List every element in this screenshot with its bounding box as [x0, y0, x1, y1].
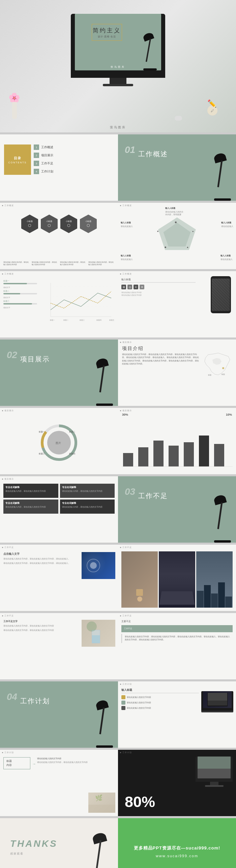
- circle-chart-slide: ■ 项目展示 图片 标题一 标题二 标题三 标题四: [0, 408, 118, 474]
- svg-rect-34: [184, 442, 194, 466]
- svg-text:标题: 标题: [208, 374, 211, 376]
- side-text-area: 工作不足文字 请在此处输入您的文字内容，请在此处输入您的文字内容 请在此处输入您…: [3, 620, 78, 632]
- svg-text:标题四: 标题四: [69, 453, 75, 455]
- svg-text:标题一: 标题一: [38, 431, 45, 433]
- highlight-tag: ■ 工作不足: [120, 614, 132, 617]
- text-photo-tag: ■ 工作不足: [2, 614, 14, 617]
- row-10: ■ 工作计划 标题 内容 → 请在此处输入您的文字内容 请在此处输入您的文字内容…: [0, 750, 236, 816]
- row-7: ■ 工作不足 点击输入文字 请在此处输入您的文字内容，请在此处输入您的文字内容，…: [0, 545, 236, 611]
- toc-title-en: CONTENTS: [8, 161, 27, 164]
- text-block-2: 专业名词解释 请在此处输入内容，请在此输入您的文字内容: [60, 484, 115, 498]
- icon-dark-1: [121, 706, 125, 710]
- bar-chart-tag: ■ 项目展示: [120, 409, 132, 412]
- project-intro-slide: ■ 项目展示 项目介绍 请在此处输入您的文字内容，请在此处输入您的文字内容，请在…: [118, 340, 236, 406]
- hex-desc: 请在此输入您的文本内容，请在此输入您的文本内容 请在此输入您的文本内容，请在此输…: [3, 261, 115, 266]
- pentagon-chart: ✱ ● ▲ ◆ ★: [155, 216, 199, 258]
- donut-chart: 图片 标题一 标题二 标题三 标题四: [37, 423, 81, 464]
- text-block-3: 专业名词解释 请在此处输入内容，请在此输入您的文字内容: [3, 499, 58, 514]
- input-title-slide: ■ 工作计划 输入标题 请在此处输入您的文字内容 请在此处输入您的文字内容 请在…: [118, 681, 236, 748]
- toc-text-3: 工作不足: [41, 161, 53, 166]
- click-tag: ■ 工作不足: [2, 546, 14, 549]
- row-8: ■ 工作不足 工作不足文字 请在此处输入您的文字内容，请在此处输入您的文字内容 …: [0, 613, 236, 679]
- phone-slide: ■ 工作概述 输入标题 ⊞ ◎ ≡ ✦ 请在此处输入您的文字内容请在此处输入您的…: [118, 271, 236, 338]
- svg-text:标题: 标题: [221, 373, 225, 375]
- toc-text-1: 工作概述: [41, 145, 53, 150]
- input-title-text: 输入标题: [121, 688, 199, 693]
- svg-text:✱: ✱: [175, 221, 177, 224]
- slide-03-num: 03: [125, 486, 135, 497]
- hex-2: 小标题 ⬡: [41, 215, 58, 233]
- input-title-label: 输入标题: [121, 278, 196, 283]
- hex-4: 小标题 ⬡: [80, 215, 97, 233]
- svg-rect-33: [169, 445, 179, 466]
- icon-item-text-1: 请在此处输入您的文字内容: [127, 696, 151, 699]
- slide-04-cover: 04 工作计划: [0, 681, 118, 748]
- pentagon-section-tag: ■ 工作概述: [120, 204, 132, 207]
- text-block-4: 专业名词解释 请在此处输入内容，请在此输入您的文字内容: [60, 499, 115, 514]
- svg-text:标题二: 标题二: [69, 431, 75, 433]
- blue-photo: [82, 552, 115, 579]
- highlight-block-text: 请在此处输入您的文字内容，请在此处输入您的文字内容，请在此处输入您的文字内容。请…: [121, 634, 233, 643]
- row-4: 02 项目展示 ■ 项目展示 项目介绍 请在此处输入您的文字内容，请在此处输入您…: [0, 340, 236, 406]
- phone-mockup: [211, 276, 231, 313]
- line-chart-tag: ■ 工作概述: [2, 273, 14, 276]
- thanks-slide: THANKS 感谢观看: [0, 818, 118, 868]
- toc-item-4: 4 工作计划: [34, 169, 53, 174]
- thanks-text: THANKS: [10, 838, 58, 849]
- cover-slide: 🌸 简约主义 设计·思维·生活: [0, 0, 236, 132]
- text-blocks-slide: ■ 项目展示 专业名词解释 请在此处输入内容，请在此输入您的文字内容 专业名词解…: [0, 476, 118, 542]
- pent-label-2: 输入人标题 请在此处输入: [221, 221, 233, 228]
- toc-num-3: 3: [34, 161, 39, 166]
- title-content-box: 标题 内容: [3, 757, 30, 769]
- row-11: THANKS 感谢观看 更多精品PPT资源尽在—sucai999.com! ww…: [0, 818, 236, 868]
- percent-80: 80%: [125, 794, 155, 809]
- hex-icon-2: ⬡: [48, 223, 51, 228]
- click-input-label: 点击输入文字: [3, 552, 78, 556]
- monitor: 简约主义 设计·思维·生活 萤鸟图库: [71, 10, 165, 86]
- china-map: 标题 标题: [201, 351, 233, 380]
- hex-label-1: 小标题: [27, 220, 33, 223]
- brand-on-screen: 萤鸟图库: [111, 65, 125, 69]
- laptop-mock: [201, 690, 233, 713]
- promo-banner: 更多精品PPT资源尽在—sucai999.com! www.sucai999.c…: [118, 818, 236, 868]
- text-blocks-tag: ■ 项目展示: [2, 477, 14, 480]
- slide-02-num: 02: [7, 350, 17, 361]
- phone-desc: 请在此处输入您的文字内容请在此处输入您的文字内容: [121, 291, 196, 297]
- slide-02-cover: 02 项目展示: [0, 340, 118, 406]
- hex-icon-3: ⬡: [67, 223, 70, 228]
- phone-section-tag: ■ 工作概述: [120, 273, 132, 276]
- toc-text-2: 项目展示: [41, 153, 53, 158]
- bar-chart: [121, 429, 233, 469]
- promo-line1: 更多精品PPT资源尽在—sucai999.com!: [134, 845, 220, 851]
- slide-03-title: 工作不足: [138, 491, 168, 500]
- svg-rect-36: [214, 444, 224, 466]
- hex-desc-4: 请在此输入您的文本内容，请在此输入您的文本内容: [88, 261, 115, 266]
- slide-04-num: 04: [7, 691, 17, 702]
- photo-3: [196, 551, 233, 608]
- thanks-sub: 感谢观看: [10, 852, 24, 856]
- phone-title-area: 输入标题 ⊞ ◎ ≡ ✦ 请在此处输入您的文字内容请在此处输入您的文字内容: [121, 278, 196, 297]
- lamp-decoration-01: [212, 150, 236, 201]
- hex-desc-2: 请在此输入您的文本内容，请在此输入您的文本内容: [32, 261, 58, 266]
- bar-chart-slide: ■ 项目展示 30% 10%: [118, 408, 236, 474]
- lamp-decoration-03: [212, 492, 236, 542]
- pencils: ✏️ 🖊: [207, 99, 217, 116]
- svg-text:●: ●: [192, 230, 194, 232]
- hex-desc-3: 请在此输入您的文本内容，请在此输入您的文本内容: [60, 261, 86, 266]
- svg-text:标题三: 标题三: [38, 453, 45, 455]
- tc-text-2: 请在此处输入您的文字内容，请在此处输入您的文字内容: [37, 761, 115, 764]
- toc-item-2: 2 项目展示: [34, 153, 53, 158]
- hex-slide: ■ 工作概述 小标题 ⬡ 小标题 ⬡ 小标题 ⬡ 小标题 ⬡ 请在此输入您的文本…: [0, 203, 118, 269]
- click-input-desc: 请在此处输入您的文字内容，请在此处输入您的文字内容，请在此处输入。: [3, 557, 78, 560]
- icon-1: ⊞: [121, 285, 126, 289]
- progress-section: 标题一 描述文字 标题二 描述文字 标题三 描述文字: [3, 280, 37, 309]
- mouse: [175, 116, 182, 121]
- svg-text:标题一: 标题一: [50, 319, 55, 321]
- toc-num-4: 4: [34, 169, 39, 174]
- hex-label-3: 小标题: [66, 220, 72, 223]
- click-input-text: 点击输入文字 请在此处输入您的文字内容，请在此处输入您的文字内容，请在此处输入。…: [3, 552, 78, 565]
- row-3: ■ 工作概述 标题一 描述文字 标题二 描述文字 标题三 描述文字: [0, 271, 236, 338]
- icon-2: ◎: [127, 285, 132, 289]
- slide-04-title: 工作计划: [20, 696, 50, 706]
- row-2: ■ 工作概述 小标题 ⬡ 小标题 ⬡ 小标题 ⬡ 小标题 ⬡ 请在此输入您的文本…: [0, 203, 236, 269]
